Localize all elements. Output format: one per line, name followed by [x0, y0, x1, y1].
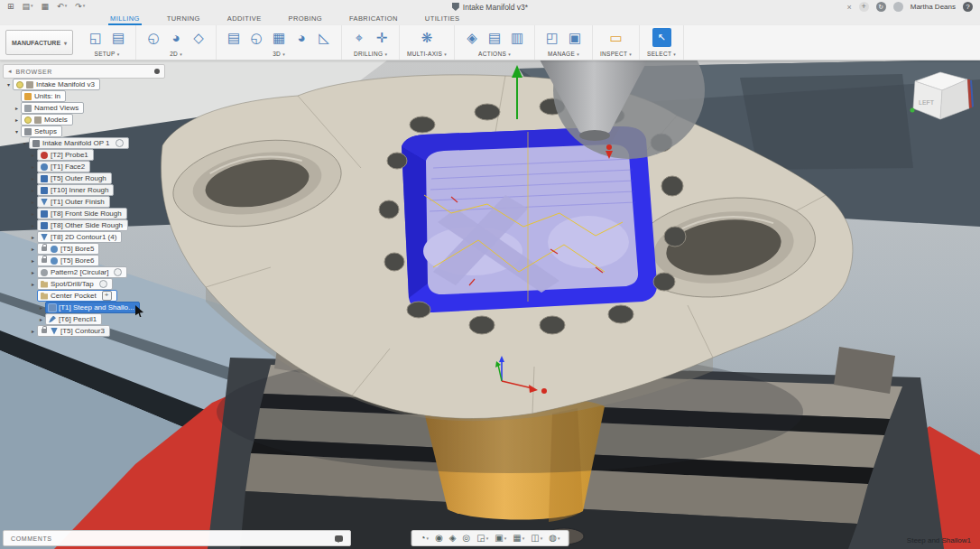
add-operation-button[interactable]: + — [102, 291, 112, 301]
browser-display-icon[interactable] — [154, 69, 160, 74]
browser-row[interactable]: Units: in — [3, 90, 174, 102]
tree-collapse-arrow-icon[interactable]: ▸ — [29, 210, 37, 217]
tab-additive[interactable]: ADDITIVE — [226, 13, 263, 25]
browser-row[interactable]: ▸[T8] Other Side Rough — [3, 219, 174, 231]
tree-expand-arrow-icon[interactable]: ▾ — [21, 140, 29, 146]
browser-row[interactable]: ▸[T5] Outer Rough — [3, 172, 174, 184]
browser-row[interactable]: ▸[T6] Pencil1 — [3, 313, 174, 325]
data-panel-icon[interactable]: ⊞ — [7, 3, 14, 11]
browser-row[interactable]: ▸[T10] Inner Rough — [3, 184, 174, 196]
comments-bar[interactable]: COMMENTS — [3, 530, 351, 546]
browser-row[interactable]: ▸[T2] Probe1 — [3, 149, 174, 161]
browser-row[interactable]: ▸[T8] Front Side Rough — [3, 208, 174, 219]
toolbar-group-label[interactable]: INSPECT ▾ — [600, 49, 632, 60]
job-status-icon[interactable]: ↻ — [876, 2, 886, 12]
tree-collapse-arrow-icon[interactable]: ▸ — [29, 152, 37, 158]
tab-utilities[interactable]: UTILITIES — [423, 13, 462, 25]
tree-expand-arrow-icon[interactable]: ▾ — [5, 81, 13, 88]
operation-visibility-toggle-icon[interactable] — [99, 280, 107, 288]
measure-icon[interactable]: ▭ — [606, 26, 626, 48]
setup-sheet-icon[interactable]: ▤ — [108, 26, 128, 48]
comment-bubble-icon[interactable] — [335, 535, 343, 542]
thread-mill-icon[interactable]: ✛ — [372, 26, 392, 48]
browser-row[interactable]: ▸Pattern2 [Circular] — [3, 266, 174, 278]
notifications-icon[interactable] — [893, 2, 903, 12]
select-icon[interactable]: ↖ — [652, 28, 671, 47]
visibility-icon[interactable] — [16, 81, 23, 88]
tree-collapse-arrow-icon[interactable]: ▸ — [29, 163, 37, 170]
browser-row[interactable]: ▸[T1] Face2 — [3, 161, 174, 172]
3d-parallel-icon[interactable]: ◕ — [291, 26, 311, 48]
operation-visibility-toggle-icon[interactable] — [114, 268, 122, 276]
browser-row[interactable]: ▾Setups — [3, 126, 174, 137]
pan-button[interactable]: ◈ — [449, 534, 457, 543]
3d-pocket-icon[interactable]: ◵ — [246, 26, 266, 48]
orbit-button[interactable]: ◔▾ — [421, 534, 430, 543]
3d-adaptive-icon[interactable]: ▤ — [224, 26, 244, 48]
workspace-switcher-button[interactable]: MANUFACTURE ▾ — [5, 30, 73, 55]
visibility-icon[interactable] — [24, 116, 32, 124]
new-tab-button[interactable]: + — [859, 2, 869, 12]
3d-viewport[interactable]: LEFT ◂ BROWSER ▾Intake Manifold v3Units:… — [0, 60, 980, 549]
toolbar-group-label[interactable]: ACTIONS ▾ — [462, 49, 527, 60]
viewports-button[interactable]: ◫▾ — [531, 534, 542, 543]
toolbar-group-label[interactable]: SELECT ▾ — [647, 49, 676, 60]
toolbar-group-label[interactable]: MULTI-AXIS ▾ — [407, 49, 447, 60]
operation-visibility-toggle-icon[interactable] — [116, 139, 124, 147]
task-manager-icon[interactable]: ▣ — [565, 26, 585, 48]
tree-collapse-arrow-icon[interactable]: ▸ — [13, 105, 21, 111]
display-settings-button[interactable]: ▣▾ — [495, 534, 506, 543]
browser-row[interactable]: ▸[T1] Steep and Shallo... — [3, 302, 174, 313]
simulate-icon[interactable]: ◈ — [462, 26, 482, 48]
browser-row[interactable]: ▸Spot/Drill/Tap — [3, 278, 174, 290]
2d-contour-icon[interactable]: ◇ — [189, 26, 208, 48]
user-name[interactable]: Martha Deans — [911, 3, 956, 11]
toolbar-group-label[interactable]: MANAGE ▾ — [542, 49, 585, 60]
tab-probing[interactable]: PROBING — [287, 13, 324, 25]
save-icon[interactable]: ▦ — [42, 3, 50, 11]
tree-expand-arrow-icon[interactable]: ▾ — [13, 128, 21, 135]
browser-header[interactable]: ◂ BROWSER — [3, 64, 165, 79]
3d-steep-and-shallow-icon[interactable]: ▦ — [269, 26, 289, 48]
toolbar-group-label[interactable]: 2D ▾ — [143, 49, 208, 60]
browser-row[interactable]: ▸[T5] Bore5 — [3, 243, 174, 255]
redo-icon[interactable]: ↷▾ — [75, 3, 85, 11]
browser-row[interactable]: ▸Models — [3, 114, 174, 126]
look-at-button[interactable]: ◉ — [435, 534, 443, 543]
help-button[interactable]: ? — [963, 2, 973, 12]
multi-axis-icon[interactable]: ❋ — [417, 26, 437, 48]
browser-row[interactable]: ▸[T1] Outer Finish — [3, 196, 174, 208]
browser-collapse-icon[interactable]: ◂ — [8, 68, 12, 75]
setup-sheet-action-icon[interactable]: ▥ — [507, 26, 527, 48]
zoom-button[interactable]: ◎ — [463, 534, 471, 543]
effects-button[interactable]: ◍▾ — [549, 534, 559, 543]
tree-collapse-arrow-icon[interactable]: ▸ — [29, 187, 37, 193]
tree-collapse-arrow-icon[interactable]: ▸ — [29, 199, 37, 205]
browser-row[interactable]: ▸[T5] Bore6 — [3, 255, 174, 266]
tree-collapse-arrow-icon[interactable]: ▸ — [29, 328, 37, 334]
file-menu-icon[interactable]: ▤▾ — [23, 3, 33, 11]
tree-collapse-arrow-icon[interactable]: ▸ — [37, 316, 45, 322]
tree-collapse-arrow-icon[interactable]: ▸ — [29, 222, 37, 228]
3d-ramp-icon[interactable]: ◺ — [314, 26, 334, 48]
browser-row[interactable]: ▾Intake Manifold OP 1 — [3, 137, 174, 149]
tree-collapse-arrow-icon[interactable]: ▸ — [13, 116, 21, 123]
drill-icon[interactable]: ⌖ — [349, 26, 369, 48]
browser-row[interactable]: Center Pocket+ — [3, 290, 174, 302]
browser-row[interactable]: ▾Intake Manifold v3 — [3, 79, 174, 90]
2d-pocket-icon[interactable]: ◕ — [166, 26, 186, 48]
tree-collapse-arrow-icon[interactable]: ▸ — [29, 246, 37, 252]
toolbar-group-label[interactable]: DRILLING ▾ — [349, 49, 392, 60]
tab-turning[interactable]: TURNING — [165, 13, 202, 25]
tree-collapse-arrow-icon[interactable]: ▸ — [37, 304, 45, 311]
toolbar-group-label[interactable]: SETUP ▾ — [86, 49, 128, 60]
tree-collapse-arrow-icon[interactable]: ▸ — [29, 234, 37, 240]
tree-collapse-arrow-icon[interactable]: ▸ — [29, 269, 37, 275]
toolbar-group-label[interactable]: 3D ▾ — [224, 49, 334, 60]
tree-collapse-arrow-icon[interactable]: ▸ — [29, 175, 37, 181]
tool-library-icon[interactable]: ◰ — [542, 26, 562, 48]
grid-snaps-button[interactable]: ▦▾ — [513, 534, 524, 543]
tree-collapse-arrow-icon[interactable]: ▸ — [29, 281, 37, 287]
tab-milling[interactable]: MILLING — [108, 13, 142, 25]
close-tab-button[interactable]: × — [846, 3, 851, 12]
